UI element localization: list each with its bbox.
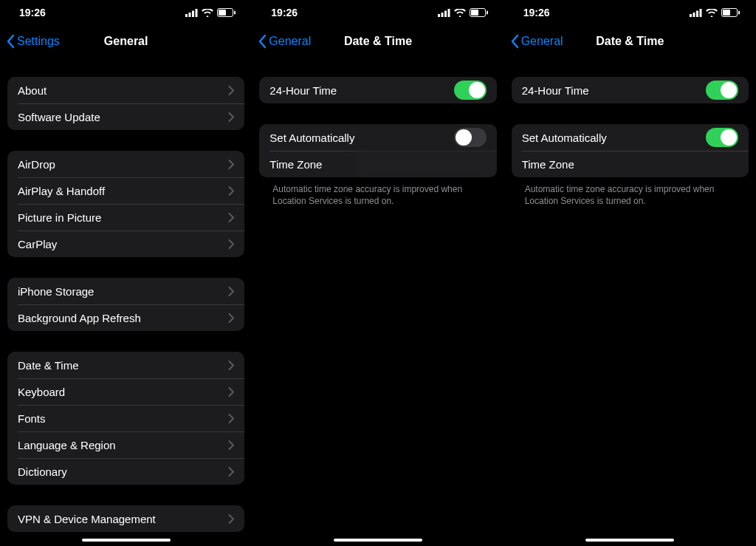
phone-general: 19:26 Settings General AboutSoftware Upd…: [0, 0, 252, 546]
chevron-left-icon: [6, 34, 15, 49]
row-time-zone[interactable]: Time Zone: [259, 151, 496, 177]
status-indicators: [690, 8, 740, 17]
row-label: Picture in Picture: [18, 211, 228, 224]
time-zone-footer-note: Automatic time zone accuracy is improved…: [512, 177, 749, 207]
row-keyboard[interactable]: Keyboard: [7, 378, 244, 405]
toggle-set-automatically[interactable]: [454, 128, 487, 147]
row-fonts[interactable]: Fonts: [7, 405, 244, 431]
wifi-icon: [202, 9, 213, 17]
row-label: Set Automatically: [522, 132, 706, 144]
chevron-right-icon: [228, 387, 234, 397]
row-software-update[interactable]: Software Update: [7, 103, 244, 130]
settings-group: iPhone StorageBackground App Refresh: [7, 278, 244, 331]
row-label: 24-Hour Time: [522, 84, 706, 97]
settings-group: AirDropAirPlay & HandoffPicture in Pictu…: [7, 151, 244, 257]
row-label: Time Zone: [522, 158, 738, 171]
chevron-right-icon: [228, 112, 234, 122]
svg-rect-3: [196, 9, 198, 17]
wifi-icon: [706, 9, 718, 17]
chevron-right-icon: [228, 287, 234, 296]
row-language-region[interactable]: Language & Region: [7, 431, 244, 458]
chevron-right-icon: [228, 440, 234, 450]
row-iphone-storage[interactable]: iPhone Storage: [7, 278, 244, 304]
status-indicators: [438, 8, 488, 17]
row-airdrop[interactable]: AirDrop: [7, 151, 244, 177]
settings-list: 24-Hour Time Set Automatically Time Zone…: [504, 77, 756, 207]
status-bar: 19:26: [252, 0, 504, 25]
nav-bar: General Date & Time: [252, 25, 504, 58]
row-picture-in-picture[interactable]: Picture in Picture: [7, 204, 244, 231]
row-set-automatically[interactable]: Set Automatically: [512, 124, 749, 151]
toggle-24h[interactable]: [454, 81, 487, 100]
status-time: 19:26: [19, 7, 46, 18]
row-vpn-device-management[interactable]: VPN & Device Management: [7, 505, 244, 532]
svg-rect-2: [192, 10, 194, 17]
nav-bar: Settings General: [0, 25, 252, 58]
back-button[interactable]: General: [504, 34, 563, 49]
settings-group: AboutSoftware Update: [7, 77, 244, 130]
settings-list[interactable]: AboutSoftware UpdateAirDropAirPlay & Han…: [0, 77, 252, 532]
back-label: General: [269, 35, 311, 48]
row-label: iPhone Storage: [18, 285, 228, 298]
svg-rect-0: [185, 14, 188, 17]
toggle-set-automatically[interactable]: [706, 128, 738, 147]
chevron-right-icon: [228, 239, 234, 249]
row-label: Background App Refresh: [18, 312, 228, 324]
home-indicator[interactable]: [585, 539, 674, 542]
chevron-right-icon: [228, 514, 234, 524]
group-24h: 24-Hour Time: [512, 77, 749, 103]
home-indicator[interactable]: [334, 539, 422, 542]
back-label: General: [521, 35, 563, 48]
wifi-icon: [454, 9, 466, 17]
back-label: Settings: [17, 35, 60, 48]
home-indicator[interactable]: [82, 539, 171, 542]
chevron-left-icon: [258, 34, 267, 49]
row-label: 24-Hour Time: [269, 84, 453, 97]
row-24-hour-time[interactable]: 24-Hour Time: [259, 77, 496, 103]
back-button[interactable]: General: [252, 34, 311, 49]
row-24-hour-time[interactable]: 24-Hour Time: [512, 77, 749, 103]
phone-datetime-auto-on: 19:26 General Date & Time 24-Hour Time S…: [504, 0, 756, 546]
status-time: 19:26: [523, 7, 550, 18]
row-label: Keyboard: [18, 386, 228, 398]
status-bar: 19:26: [504, 0, 756, 25]
group-auto-tz: Set Automatically Time Zone: [512, 124, 749, 177]
row-set-automatically[interactable]: Set Automatically: [259, 124, 496, 151]
svg-rect-15: [693, 13, 695, 17]
chevron-right-icon: [228, 361, 234, 370]
row-label: Date & Time: [18, 359, 228, 372]
svg-rect-19: [723, 10, 730, 16]
svg-rect-12: [471, 10, 478, 16]
chevron-right-icon: [228, 160, 234, 169]
row-time-zone: Time Zone: [512, 151, 749, 177]
chevron-right-icon: [228, 467, 234, 477]
svg-rect-9: [444, 10, 447, 17]
svg-rect-13: [487, 11, 488, 15]
row-label: CarPlay: [18, 238, 228, 250]
svg-rect-20: [738, 11, 740, 15]
cellular-icon: [438, 9, 450, 17]
row-carplay[interactable]: CarPlay: [7, 231, 244, 257]
svg-rect-8: [441, 13, 443, 17]
row-label: About: [18, 84, 228, 97]
svg-rect-16: [696, 10, 698, 17]
row-about[interactable]: About: [7, 77, 244, 103]
status-bar: 19:26: [0, 0, 252, 25]
toggle-24h[interactable]: [706, 81, 738, 100]
chevron-right-icon: [228, 86, 234, 95]
battery-icon: [217, 8, 236, 17]
row-date-time[interactable]: Date & Time: [7, 352, 244, 378]
svg-rect-17: [699, 9, 701, 17]
settings-group: VPN & Device Management: [7, 505, 244, 532]
row-dictionary[interactable]: Dictionary: [7, 458, 244, 485]
time-zone-footer-note: Automatic time zone accuracy is improved…: [259, 177, 496, 207]
back-button[interactable]: Settings: [0, 34, 60, 49]
chevron-right-icon: [228, 213, 234, 222]
battery-icon: [470, 8, 488, 17]
row-airplay-handoff[interactable]: AirPlay & Handoff: [7, 177, 244, 204]
row-background-app-refresh[interactable]: Background App Refresh: [7, 304, 244, 331]
settings-group: Date & TimeKeyboardFontsLanguage & Regio…: [7, 352, 244, 485]
chevron-left-icon: [510, 34, 519, 49]
row-label: Fonts: [18, 412, 228, 425]
row-label: AirDrop: [18, 158, 228, 171]
